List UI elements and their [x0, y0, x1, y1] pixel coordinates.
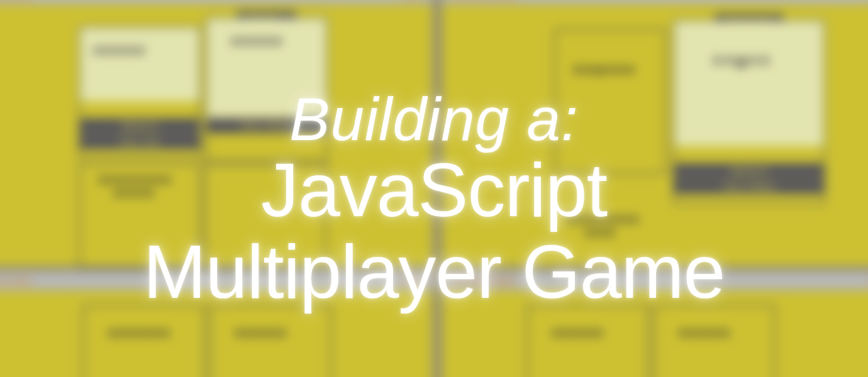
title-line-1: Building a: [289, 89, 578, 150]
title-line-3: Multiplayer Game [143, 231, 725, 313]
hero-image: Memory Game Log in Matched 10 Player 1 W… [0, 0, 868, 377]
title-line-2: JavaScript [261, 150, 607, 231]
title-overlay: Building a: JavaScript Multiplayer Game [0, 0, 868, 377]
